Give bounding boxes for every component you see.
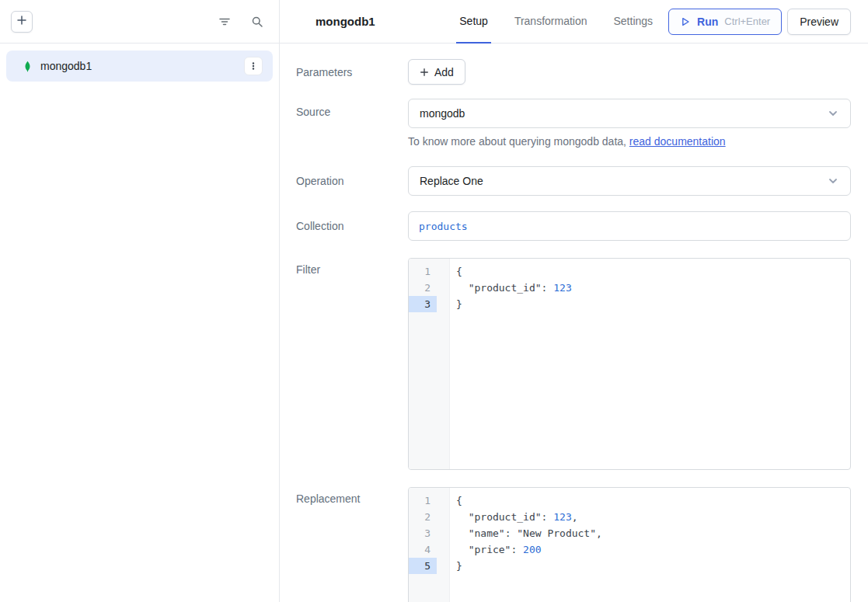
parameters-row: Parameters Add [296,59,852,85]
source-value: mongodb [420,107,465,120]
tab-bar: Setup Transformation Settings [456,0,656,43]
line-number: 2 [409,509,437,525]
collection-row: Collection products [296,211,852,241]
chevron-down-icon [827,175,839,187]
collection-label: Collection [296,220,408,232]
tab-setup[interactable]: Setup [456,0,491,43]
code-line[interactable]: { [456,492,844,509]
play-icon [680,16,691,27]
add-query-button[interactable] [11,11,33,33]
main-header: mongodb1 Setup Transformation Settings R… [280,0,868,43]
search-queries-icon[interactable] [250,15,264,29]
code-line[interactable]: "product_id": 123, [456,509,844,525]
source-helper-text: To know more about querying mongodb data… [408,134,851,149]
sidebar-header [0,0,279,43]
line-number: 1 [409,492,437,509]
code-line[interactable]: } [456,296,844,312]
query-list: mongodb1 [0,43,279,89]
operation-row: Operation Replace One [296,166,852,196]
add-parameter-label: Add [434,66,454,78]
filter-row: Filter 123 { "product_id": 123} [296,258,852,470]
operation-label: Operation [296,175,408,187]
line-number: 2 [409,280,437,296]
sidebar-header-icons [218,15,264,29]
run-button[interactable]: Run Ctrl+Enter [668,9,782,35]
tab-label: Setup [459,15,488,27]
kebab-icon [248,61,259,71]
line-number: 3 [409,525,437,541]
add-parameter-button[interactable]: Add [408,59,465,85]
source-label: Source [296,99,408,118]
replacement-code-editor[interactable]: 12345 { "product_id": 123, "name": "New … [408,487,851,602]
filter-queries-icon[interactable] [218,15,232,29]
query-form: Parameters Add Source mongodb [280,43,868,602]
query-title: mongodb1 [315,15,375,28]
plus-icon [16,15,27,28]
line-number: 3 [409,296,437,312]
filter-code-editor[interactable]: 123 { "product_id": 123} [408,258,851,470]
code-area[interactable]: { "product_id": 123} [450,259,850,469]
code-line[interactable]: "product_id": 123 [456,280,844,296]
filter-label: Filter [296,258,408,276]
preview-button[interactable]: Preview [787,9,851,35]
code-line[interactable]: "price": 200 [456,541,844,558]
chevron-down-icon [827,107,839,120]
query-sidebar: mongodb1 [0,0,280,602]
code-line[interactable]: { [456,263,844,280]
operation-value: Replace One [420,175,483,187]
code-area[interactable]: { "product_id": 123, "name": "New Produc… [450,488,850,602]
source-row: Source mongodb To know more about queryi… [296,99,852,149]
tab-label: Transformation [514,15,587,27]
source-field: mongodb To know more about querying mong… [408,99,851,149]
replacement-row: Replacement 12345 { "product_id": 123, "… [296,487,852,602]
mongodb-icon [22,61,33,72]
tab-settings[interactable]: Settings [611,0,657,43]
run-label: Run [697,16,718,28]
line-number-gutter: 123 [409,259,450,469]
code-line[interactable]: "name": "New Product", [456,525,844,541]
query-item-menu-button[interactable] [244,57,263,75]
operation-select[interactable]: Replace One [408,166,851,196]
line-number: 5 [409,558,437,574]
tab-label: Settings [614,15,654,27]
collection-input[interactable]: products [408,211,851,241]
tab-transformation[interactable]: Transformation [511,0,591,43]
run-shortcut: Ctrl+Enter [724,16,770,27]
query-item-label: mongodb1 [40,60,92,72]
code-line[interactable]: } [456,558,844,574]
main-panel: mongodb1 Setup Transformation Settings R… [280,0,868,602]
helper-prefix: To know more about querying mongodb data… [408,135,629,148]
collection-value: products [419,221,468,232]
query-list-item[interactable]: mongodb1 [6,50,273,82]
read-documentation-link[interactable]: read documentation [629,135,726,148]
line-number: 1 [409,263,437,280]
line-number-gutter: 12345 [409,488,450,602]
plus-icon [420,68,429,77]
line-number: 4 [409,541,437,558]
replacement-label: Replacement [296,487,408,505]
parameters-label: Parameters [296,66,408,78]
app-root: mongodb1 mongodb1 Setup Transformation [0,0,868,602]
source-select[interactable]: mongodb [408,99,851,128]
